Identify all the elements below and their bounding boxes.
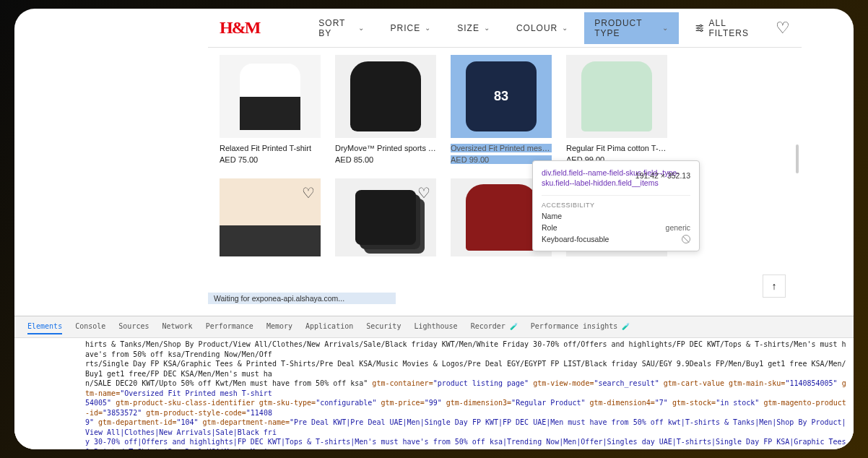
devtools-tabs: Elements Console Sources Network Perform… bbox=[14, 316, 854, 338]
product-image bbox=[451, 55, 552, 138]
tab-perf-insights[interactable]: Performance insights 🧪 bbox=[531, 319, 630, 334]
tooltip-dimensions: 191.42 × 352.13 bbox=[635, 171, 690, 180]
tab-console[interactable]: Console bbox=[75, 319, 105, 334]
product-title: DryMove™ Printed sports T-shi... bbox=[335, 144, 436, 152]
tab-network[interactable]: Network bbox=[162, 319, 192, 334]
svg-point-5 bbox=[700, 30, 703, 32]
filter-all[interactable]: ALL FILTERS bbox=[685, 12, 770, 44]
filter-sort[interactable]: SORT BY⌄ bbox=[308, 12, 374, 44]
tab-elements[interactable]: Elements bbox=[27, 319, 62, 334]
product-image bbox=[335, 55, 436, 138]
svg-point-3 bbox=[698, 27, 700, 29]
flask-icon: 🧪 bbox=[622, 323, 630, 330]
product-image: ♡ bbox=[335, 178, 436, 256]
scroll-to-top-button[interactable]: ↑ bbox=[763, 275, 786, 298]
chevron-down-icon: ⌄ bbox=[484, 24, 490, 32]
product-card[interactable]: Regular Fit Pima cotton T-shirt AED 99.0… bbox=[566, 55, 667, 164]
svg-point-1 bbox=[700, 25, 702, 27]
hm-logo[interactable]: H&M bbox=[220, 18, 259, 38]
filter-colour[interactable]: COLOUR⌄ bbox=[506, 17, 578, 39]
product-card[interactable]: DryMove™ Printed sports T-shi... AED 85.… bbox=[335, 55, 436, 164]
filter-size-label: SIZE bbox=[457, 23, 479, 33]
product-card[interactable]: ♡ bbox=[335, 178, 436, 256]
tooltip-section-accessibility: ACCESSIBILITY bbox=[542, 195, 690, 209]
dom-text: n/SALE DEC20 KWT/Upto 50% off Kwt/Men mu… bbox=[85, 379, 363, 387]
product-card-inspected[interactable]: Oversized Fit Printed mesh T-s... AED 99… bbox=[451, 55, 552, 164]
filter-product-type-label: PRODUCT TYPE bbox=[594, 18, 658, 38]
chevron-down-icon: ⌄ bbox=[358, 24, 365, 32]
chevron-down-icon: ⌄ bbox=[425, 24, 431, 32]
product-title: Regular Fit Pima cotton T-shirt bbox=[566, 144, 667, 152]
filter-price-label: PRICE bbox=[391, 23, 421, 33]
scrollbar-thumb[interactable] bbox=[796, 144, 799, 173]
tooltip-role-label: Role bbox=[542, 223, 557, 232]
filter-size[interactable]: SIZE⌄ bbox=[447, 17, 500, 39]
tab-sources[interactable]: Sources bbox=[118, 319, 149, 334]
tooltip-name-label: Name bbox=[542, 212, 562, 220]
tooltip-keyboard-label: Keyboard-focusable bbox=[542, 235, 609, 243]
devtools-elements-tree[interactable]: hirts & Tanks/Men/Shop By Product/View A… bbox=[14, 338, 854, 449]
product-price: AED 85.00 bbox=[335, 155, 436, 164]
heart-icon[interactable]: ♡ bbox=[302, 184, 315, 202]
filter-price[interactable]: PRICE⌄ bbox=[381, 17, 442, 39]
product-image: ♡ bbox=[220, 178, 321, 256]
product-card[interactable]: ♡ bbox=[220, 178, 321, 256]
browser-status-bar: Waiting for exponea-api.alshaya.com... bbox=[208, 293, 396, 304]
not-focusable-icon bbox=[682, 235, 690, 243]
product-title: Relaxed Fit Printed T-shirt bbox=[220, 144, 321, 152]
filter-colour-label: COLOUR bbox=[516, 23, 557, 33]
filter-sort-label: SORT BY bbox=[318, 18, 353, 38]
tab-application[interactable]: Application bbox=[305, 319, 353, 334]
dom-text: y 30-70% off|Offers and highlights|FP DE… bbox=[85, 438, 851, 449]
product-title: Oversized Fit Printed mesh T-s... bbox=[451, 144, 552, 152]
tab-recorder[interactable]: Recorder 🧪 bbox=[471, 319, 518, 334]
product-card[interactable]: Relaxed Fit Printed T-shirt AED 75.00 bbox=[220, 55, 321, 164]
tooltip-role-value: generic bbox=[666, 223, 690, 232]
sliders-icon bbox=[695, 22, 704, 34]
devtools-inspect-tooltip: div.field.field--name-field-skus.field--… bbox=[532, 160, 700, 251]
wishlist-icon[interactable]: ♡ bbox=[776, 19, 790, 38]
product-price: AED 75.00 bbox=[220, 155, 321, 164]
product-image bbox=[566, 55, 667, 138]
product-grid: Relaxed Fit Printed T-shirt AED 75.00 Dr… bbox=[208, 48, 802, 264]
tab-security[interactable]: Security bbox=[366, 319, 401, 334]
filter-bar: H&M SORT BY⌄ PRICE⌄ SIZE⌄ COLOUR⌄ PRODUC… bbox=[208, 9, 802, 48]
filter-all-label: ALL FILTERS bbox=[708, 18, 760, 38]
tab-performance[interactable]: Performance bbox=[206, 319, 253, 334]
dom-text: hirts & Tanks/Men/Shop By Product/View A… bbox=[85, 340, 846, 358]
heart-icon[interactable]: ♡ bbox=[417, 184, 430, 202]
chevron-down-icon: ⌄ bbox=[562, 24, 568, 32]
tab-memory[interactable]: Memory bbox=[266, 319, 292, 334]
filter-product-type[interactable]: PRODUCT TYPE⌄ bbox=[584, 12, 679, 44]
tab-lighthouse[interactable]: Lighthouse bbox=[414, 319, 457, 334]
flask-icon: 🧪 bbox=[510, 323, 518, 330]
chevron-down-icon: ⌄ bbox=[662, 24, 669, 32]
devtools-panel: Elements Console Sources Network Perform… bbox=[14, 316, 854, 449]
webpage-viewport: H&M SORT BY⌄ PRICE⌄ SIZE⌄ COLOUR⌄ PRODUC… bbox=[208, 9, 802, 316]
dom-text: rts/Single Day FP KSA/Graphic Tees & Pri… bbox=[85, 360, 846, 378]
product-image bbox=[220, 55, 321, 138]
